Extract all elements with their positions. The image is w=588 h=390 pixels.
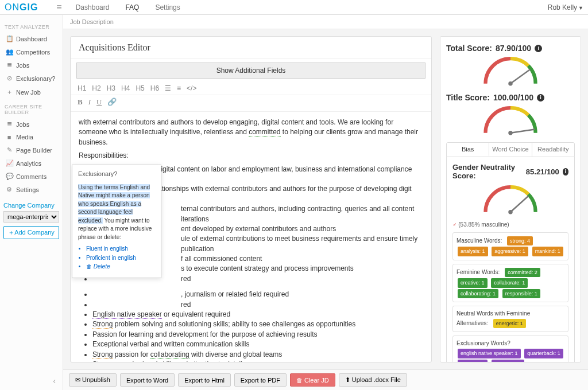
list-item: Strong passion for collaborating with di… xyxy=(92,350,423,360)
h5-button[interactable]: H5 xyxy=(136,84,144,92)
word-chip[interactable]: quarterback: 1 xyxy=(524,349,563,358)
sidebar-item-media[interactable]: ■Media xyxy=(3,131,59,143)
collapse-sidebar-icon[interactable]: ‹ xyxy=(3,374,59,385)
word-strong[interactable]: Strong xyxy=(92,320,113,329)
sidebar-item-jobs2[interactable]: ≣Jobs xyxy=(3,118,59,131)
dashboard-icon: 📋 xyxy=(6,35,13,42)
word-strong[interactable]: Strong xyxy=(92,360,113,362)
gender-score-gauge xyxy=(459,184,562,216)
word-chip[interactable]: collaborate: 1 xyxy=(491,278,528,287)
company-select[interactable]: mega-enterprises xyxy=(3,211,59,223)
tab-bias[interactable]: Bias xyxy=(447,143,489,157)
menu-icon[interactable]: ≡ xyxy=(56,2,61,13)
list-item: English native speaker or equivalent req… xyxy=(92,310,423,319)
popup-delete[interactable]: 🗑 Delete xyxy=(86,263,155,271)
show-additional-fields-button[interactable]: Show Additional Fields xyxy=(76,63,425,79)
info-icon[interactable]: i xyxy=(535,45,542,52)
clear-jd-button[interactable]: 🗑 Clear JD xyxy=(290,373,335,387)
sidebar: TEXT ANALYZER 📋Dashboard 👥Competitors ≣J… xyxy=(0,15,63,390)
word-chip[interactable]: collaborating: 1 xyxy=(458,289,498,298)
bold-button[interactable]: B xyxy=(78,98,83,107)
word-collaborating[interactable]: collaborating xyxy=(150,350,189,359)
h6-button[interactable]: H6 xyxy=(150,84,159,92)
sidebar-item-competitors[interactable]: 👥Competitors xyxy=(3,45,59,58)
sidebar-item-comments[interactable]: 💬Comments xyxy=(3,170,59,183)
word-chip[interactable]: energetic: 1 xyxy=(493,319,526,328)
word-chip[interactable]: analysis: 1 xyxy=(458,247,488,256)
list-item: Exceptional verbal and written communica… xyxy=(92,340,423,349)
exclusionary-words-box: Exclusionary Words? english native speak… xyxy=(452,336,568,362)
competitors-icon: 👥 xyxy=(6,48,13,56)
list-item: , journalism or related field required xyxy=(92,290,423,299)
list-item: red xyxy=(92,300,423,310)
editor-body[interactable]: with external contributors and authors t… xyxy=(71,112,431,362)
svg-line-4 xyxy=(510,196,528,212)
sidebar-item-new-job[interactable]: ＋New Job xyxy=(3,85,59,99)
italic-button[interactable]: I xyxy=(88,98,91,107)
export-word-button[interactable]: Export to Word xyxy=(120,373,175,387)
word-chip[interactable]: english native speaker: 1 xyxy=(458,349,521,358)
tab-word-choice[interactable]: Word Choice xyxy=(489,143,532,157)
jobs-icon: ≣ xyxy=(6,120,13,128)
export-html-button[interactable]: Export to Html xyxy=(178,373,231,387)
upload-docx-button[interactable]: ⬆ Upload .docx File xyxy=(339,373,407,387)
underline-button[interactable]: U xyxy=(96,98,102,107)
popup-title: Exclusionary? xyxy=(78,170,155,179)
link-button[interactable]: 🔗 xyxy=(107,98,117,107)
svg-point-3 xyxy=(508,131,512,135)
sidebar-section-career-site: CAREER SITE BUILDER xyxy=(5,104,59,115)
word-chip[interactable]: he or she: 1 xyxy=(492,360,525,362)
format-toolbar: B I U 🔗 xyxy=(71,95,431,112)
top-bar: ONGIG ≡ Dashboard FAQ Settings Rob Kelly… xyxy=(0,0,588,15)
user-menu[interactable]: Rob Kelly▼ xyxy=(548,3,583,11)
male-icon: ♂ xyxy=(452,221,457,228)
word-chip[interactable]: aggressive: 1 xyxy=(492,247,528,256)
word-chip[interactable]: blacklist: 1 xyxy=(458,360,488,362)
word-strong[interactable]: Strong xyxy=(92,350,113,359)
popup-suggestion[interactable]: Fluent in english xyxy=(86,245,155,253)
info-icon[interactable]: i xyxy=(563,168,568,176)
sidebar-item-settings[interactable]: ⚙Settings xyxy=(3,183,59,196)
nav-settings[interactable]: Settings xyxy=(155,3,180,11)
h3-button[interactable]: H3 xyxy=(107,84,115,92)
word-chip[interactable]: creative: 1 xyxy=(458,278,488,287)
sidebar-item-exclusionary[interactable]: ⊘Exclusionary? xyxy=(3,72,59,85)
h1-button[interactable]: H1 xyxy=(78,84,86,92)
list-item: Strong organizational skills and attenti… xyxy=(92,360,423,362)
top-nav: Dashboard FAQ Settings xyxy=(76,3,180,11)
list-item: Strong problem solving and solutioning s… xyxy=(92,319,423,329)
change-company-link[interactable]: Change Company xyxy=(3,202,59,209)
ol-icon[interactable]: ≡ xyxy=(177,84,181,92)
job-title: Acquisitions Editor xyxy=(71,37,431,59)
word-english-native[interactable]: English native speaker xyxy=(92,310,162,319)
sidebar-item-analytics[interactable]: 📈Analytics xyxy=(3,157,59,170)
unpublish-button[interactable]: ✉ Unpublish xyxy=(69,373,117,387)
add-company-button[interactable]: ＋Add Company xyxy=(3,226,59,239)
sidebar-item-page-builder[interactable]: ✎Page Builder xyxy=(3,143,59,157)
plus-icon: ＋ xyxy=(6,88,13,96)
panel-tabs: Bias Word Choice Readability xyxy=(446,142,575,157)
word-chip[interactable]: responsible: 1 xyxy=(502,289,540,298)
score-panel: Total Score: 87.90/100i Title Score: 100… xyxy=(440,36,581,362)
ul-icon[interactable]: ☰ xyxy=(165,84,171,92)
word-chip[interactable]: committed: 2 xyxy=(505,268,540,277)
sidebar-item-jobs[interactable]: ≣Jobs xyxy=(3,58,59,72)
feminine-words-box: Feminine Words: committed: 2 creative: 1… xyxy=(452,264,568,302)
list-item: Passion for learning and development for… xyxy=(92,330,423,340)
exclusionary-icon: ⊘ xyxy=(6,75,13,82)
nav-dashboard[interactable]: Dashboard xyxy=(76,3,110,11)
nav-faq[interactable]: FAQ xyxy=(125,3,139,11)
word-chip[interactable]: mankind: 1 xyxy=(532,247,563,256)
tab-readability[interactable]: Readability xyxy=(532,143,574,157)
export-pdf-button[interactable]: Export to PDF xyxy=(234,373,287,387)
comments-icon: 💬 xyxy=(6,173,13,180)
info-icon[interactable]: i xyxy=(537,94,544,102)
sidebar-item-dashboard[interactable]: 📋Dashboard xyxy=(3,32,59,45)
popup-suggestion[interactable]: Proficient in english xyxy=(86,254,155,263)
svg-line-2 xyxy=(510,130,535,133)
word-committed[interactable]: committed xyxy=(249,128,280,136)
code-icon[interactable]: </> xyxy=(187,84,196,92)
word-chip[interactable]: strong: 4 xyxy=(507,236,533,245)
h4-button[interactable]: H4 xyxy=(121,84,130,92)
h2-button[interactable]: H2 xyxy=(92,84,100,92)
